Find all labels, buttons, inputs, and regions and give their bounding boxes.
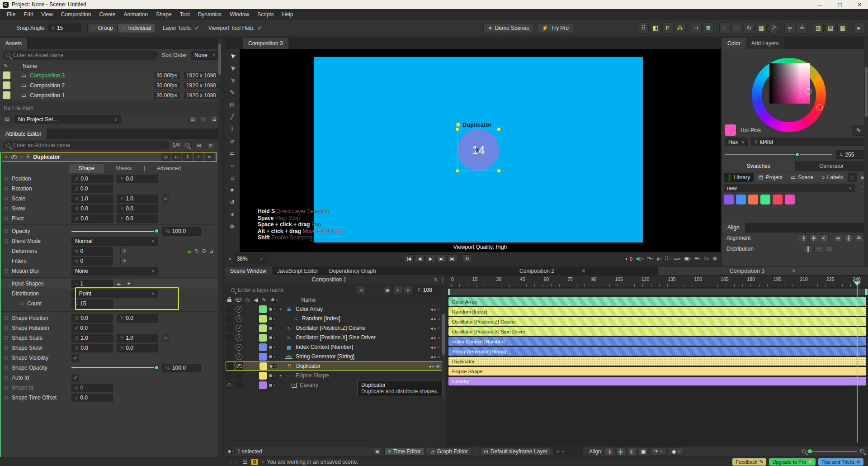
- asset-search-input[interactable]: [13, 52, 155, 58]
- solo-circle-icon[interactable]: ○: [438, 335, 440, 340]
- prev-frame-button[interactable]: ◀|: [415, 254, 425, 263]
- layer-search-input[interactable]: [238, 287, 350, 293]
- eye-icon[interactable]: [226, 383, 232, 387]
- asset-name[interactable]: Composition 3: [30, 72, 65, 79]
- selection-handle[interactable]: [456, 169, 459, 172]
- attribute-search-input[interactable]: [13, 142, 166, 148]
- scale-y-field[interactable]: Y1.0: [117, 195, 158, 203]
- selection-toggle-icon[interactable]: [227, 449, 235, 453]
- layer-color-chip[interactable]: [259, 334, 267, 342]
- pin-icon[interactable]: ↧: [183, 153, 192, 161]
- zoom-in-icon[interactable]: +: [860, 449, 862, 453]
- tab-generator[interactable]: Generator: [795, 161, 868, 171]
- keyframe-dot[interactable]: [5, 386, 8, 390]
- source-labels-button[interactable]: ○Labels: [818, 173, 847, 182]
- viewport-canvas[interactable]: 14 Duplicator Hold S Direct Layer Select…: [240, 49, 721, 252]
- feedback-button[interactable]: Feedback✎: [732, 458, 767, 466]
- grid-snap-icon[interactable]: #▸: [656, 256, 661, 262]
- swatch-red[interactable]: [773, 195, 783, 204]
- toolbar-align-bottom-icon[interactable]: ╧: [797, 23, 807, 33]
- swatch-orange[interactable]: [748, 195, 758, 204]
- menu-composition[interactable]: Composition: [57, 9, 95, 20]
- toolbar-scatter-icon[interactable]: ⁂: [675, 23, 685, 33]
- toolbar-align-top-icon[interactable]: ╤: [784, 23, 795, 33]
- hook-button[interactable]: ↷▸: [650, 447, 666, 456]
- out-connection-icon[interactable]: ▸: [434, 354, 436, 359]
- layer-color-chip[interactable]: [259, 343, 267, 351]
- deformers-field[interactable]: ≡0: [71, 247, 113, 256]
- current-frame-field[interactable]: F108: [414, 286, 443, 295]
- chevron-down-icon[interactable]: ∨: [5, 155, 8, 159]
- minimize-button[interactable]: —: [817, 2, 822, 8]
- sort-order-select[interactable]: None ∨: [191, 51, 219, 60]
- tab-attribute-editor[interactable]: Attribute Editor: [0, 128, 47, 139]
- asset-color-chip[interactable]: [3, 91, 10, 99]
- timeline-zoom-slider[interactable]: [807, 451, 857, 452]
- chevron-down-icon[interactable]: ▾: [278, 374, 283, 378]
- timeline-bar-string-generator[interactable]: String Generator [String]: [448, 347, 866, 356]
- tab-advanced[interactable]: Advanced: [147, 164, 191, 173]
- asset-name[interactable]: Composition 2: [30, 82, 65, 89]
- add-layer-button[interactable]: +: [357, 286, 366, 294]
- solo-circle-icon[interactable]: ○: [438, 354, 440, 359]
- alpha-slider[interactable]: [725, 154, 832, 155]
- shape-skew-x-field[interactable]: X0.0: [71, 344, 113, 352]
- keyframe-dot[interactable]: [5, 239, 8, 243]
- right-panel-scrollbar[interactable]: [864, 38, 868, 266]
- swatch-blue[interactable]: [736, 195, 746, 204]
- layer-color-chip[interactable]: [259, 315, 267, 323]
- in-connection-icon[interactable]: ◂: [429, 364, 431, 369]
- grid-view-button[interactable]: ∷: [848, 173, 857, 182]
- close-tab-icon[interactable]: ✕: [434, 276, 438, 283]
- shape-visibility-checkbox[interactable]: ✓: [71, 354, 79, 362]
- text-tool[interactable]: T: [227, 125, 237, 133]
- kf-align-right-button[interactable]: ╡: [627, 447, 637, 455]
- next-frame-button[interactable]: ▶|: [437, 254, 446, 263]
- layer-row-duplicator[interactable]: ⠿ Duplicator ◂▸◉: [226, 361, 445, 371]
- toolbar-drag-handle[interactable]: ⋮⋮: [3, 25, 11, 31]
- link-xy-icon[interactable]: ∪: [162, 194, 169, 203]
- tab-add-layers[interactable]: Add Layers: [746, 38, 784, 49]
- timeline-bar-oscillator-x[interactable]: Oscillator [Position.X] Sine Driver: [448, 327, 866, 336]
- distribute-v-button[interactable]: ≡: [814, 245, 823, 253]
- asset-row-composition-1[interactable]: ▭ Composition 1 30.00fps 1920 x 1080: [0, 90, 222, 100]
- group-select-tool[interactable]: ▶: [227, 76, 237, 84]
- timeline-bar-oscillator-z[interactable]: Oscillator [Position.Z] Cosine: [448, 317, 866, 326]
- shape-scale-y-field[interactable]: Y1.0: [117, 334, 158, 342]
- enabled-badge[interactable]: ✓: [236, 325, 242, 332]
- layer-row-color-array[interactable]: ✓ ▾ ≣ Color Array ◂▸○: [226, 304, 445, 314]
- tab-scene-window[interactable]: Scene Window: [225, 267, 272, 275]
- tips-and-tricks-button[interactable]: Tips and Tricks◆: [818, 458, 863, 466]
- skip-start-button[interactable]: |◀: [404, 254, 414, 263]
- layer-color-chip[interactable]: [259, 381, 267, 389]
- position-y-field[interactable]: Y0.0: [117, 175, 158, 183]
- layer-search[interactable]: [227, 285, 354, 295]
- distribute-h-button[interactable]: ║: [804, 245, 813, 253]
- visibility-toggle[interactable]: [269, 355, 276, 359]
- current-color-swatch[interactable]: [725, 124, 736, 136]
- maximize-button[interactable]: ▢: [837, 2, 842, 8]
- align-center-h-button[interactable]: ╪: [809, 234, 818, 242]
- new-comp-icon[interactable]: ▭: [199, 115, 208, 124]
- close-attribute-icon[interactable]: ✕: [205, 153, 214, 161]
- console-icon[interactable]: ☰: [243, 459, 248, 465]
- toolbar-duplicator-icon[interactable]: ⠿: [638, 23, 649, 33]
- add-input-shape-button[interactable]: +: [125, 280, 133, 288]
- dropper-column-icon[interactable]: ✎: [262, 297, 266, 303]
- menu-create[interactable]: Create: [95, 9, 120, 20]
- ellipse-tool[interactable]: ○: [227, 162, 237, 170]
- add-filter-button[interactable]: +: [120, 257, 128, 265]
- keyframe-dot[interactable]: [5, 326, 8, 330]
- tab-shape[interactable]: Shape: [69, 164, 104, 173]
- eyedropper-button[interactable]: ✎: [852, 125, 865, 136]
- palette-select[interactable]: new ∨: [724, 184, 855, 192]
- star-tool[interactable]: ★: [227, 186, 237, 194]
- visibility-toggle[interactable]: [269, 317, 276, 321]
- add-deformer-button[interactable]: +: [120, 247, 128, 255]
- keyframe-dot[interactable]: [5, 316, 8, 320]
- layer-row-string-generator[interactable]: ✓ abc String Generator [String] ◂▸○: [226, 352, 445, 361]
- saturation-value-square[interactable]: [769, 63, 810, 104]
- out-connection-icon[interactable]: ▸: [432, 364, 434, 369]
- timeline-ruler[interactable]: 015 3045 6075 90105 120135 150165 180195…: [448, 276, 868, 287]
- kf-frame-button[interactable]: ▣: [639, 447, 648, 455]
